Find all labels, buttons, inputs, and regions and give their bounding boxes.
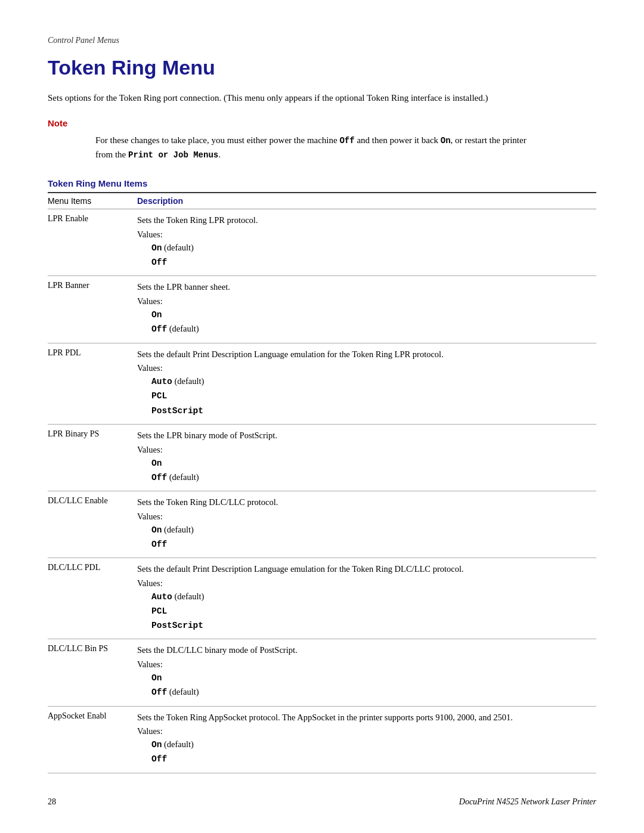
value-list: Auto (default)PCLPostScript (137, 590, 590, 633)
value-list: On (default)Off (137, 523, 590, 552)
value-item: Off (151, 539, 167, 549)
value-item: PostScript (151, 405, 203, 415)
value-item: Off (151, 257, 167, 267)
page-title: Token Ring Menu (48, 56, 596, 79)
desc-text: Sets the Token Ring DLC/LLC protocol. (137, 496, 590, 509)
menu-item-desc: Sets the Token Ring LPR protocol.Values:… (137, 209, 596, 276)
table-row: LPR EnableSets the Token Ring LPR protoc… (48, 209, 596, 276)
footer: 28 DocuPrint N4525 Network Laser Printer (48, 797, 596, 807)
values-label: Values: (137, 230, 590, 240)
value-list: Auto (default)PCLPostScript (137, 374, 590, 418)
table-row: AppSocket EnablSets the Token Ring AppSo… (48, 706, 596, 773)
menu-item-desc: Sets the Token Ring DLC/LLC protocol.Val… (137, 491, 596, 558)
desc-text: Sets the Token Ring AppSocket protocol. … (137, 711, 590, 724)
breadcrumb: Control Panel Menus (48, 36, 596, 45)
menu-item-name: LPR Enable (48, 209, 137, 276)
values-label: Values: (137, 296, 590, 306)
value-item: PCL (151, 391, 167, 400)
value-item: Off (151, 754, 167, 763)
value-list: OnOff (default) (137, 671, 590, 699)
values-label: Values: (137, 659, 590, 670)
values-label: Values: (137, 512, 590, 522)
table-row: DLC/LLC EnableSets the Token Ring DLC/LL… (48, 491, 596, 558)
desc-text: Sets the LPR banner sheet. (137, 281, 590, 294)
menu-item-name: DLC/LLC Bin PS (48, 639, 137, 706)
value-item: Auto (default) (151, 376, 204, 386)
desc-text: Sets the LPR binary mode of PostScript. (137, 429, 590, 442)
menu-item-desc: Sets the LPR binary mode of PostScript.V… (137, 424, 596, 491)
table-row: DLC/LLC PDLSets the default Print Descri… (48, 558, 596, 639)
note-text-part2: and then power it back (355, 135, 441, 145)
value-item: PCL (151, 606, 167, 615)
value-item: On (151, 458, 162, 467)
value-item: Auto (default) (151, 592, 204, 601)
table-row: DLC/LLC Bin PSSets the DLC/LLC binary mo… (48, 639, 596, 706)
menu-item-name: LPR Banner (48, 276, 137, 343)
value-item: On (151, 673, 162, 682)
menu-item-desc: Sets the Token Ring AppSocket protocol. … (137, 706, 596, 773)
menu-item-name: AppSocket Enabl (48, 706, 137, 773)
value-list: On (default)Off (137, 738, 590, 766)
footer-product: DocuPrint N4525 Network Laser Printer (459, 797, 596, 807)
value-item: Off (default) (151, 324, 199, 333)
value-list: OnOff (default) (137, 456, 590, 485)
table-section-title: Token Ring Menu Items (48, 178, 596, 188)
values-label: Values: (137, 445, 590, 455)
table-row: LPR Binary PSSets the LPR binary mode of… (48, 424, 596, 491)
value-item: Off (default) (151, 472, 199, 482)
col-desc-header: Description (137, 193, 596, 209)
footer-page: 28 (48, 797, 56, 807)
menu-item-desc: Sets the DLC/LLC binary mode of PostScri… (137, 639, 596, 706)
value-item: On (default) (151, 525, 194, 534)
desc-text: Sets the default Print Description Langu… (137, 563, 590, 576)
values-label: Values: (137, 726, 590, 736)
value-list: OnOff (default) (137, 308, 590, 336)
values-label: Values: (137, 578, 590, 589)
menu-item-name: DLC/LLC Enable (48, 491, 137, 558)
menu-item-name: LPR Binary PS (48, 424, 137, 491)
intro-paragraph: Sets options for the Token Ring port con… (48, 91, 537, 105)
value-item: On (default) (151, 243, 194, 252)
value-item: On (default) (151, 739, 194, 749)
value-item: On (151, 309, 162, 319)
note-off-code: Off (339, 136, 354, 145)
value-item: Off (default) (151, 687, 199, 696)
note-on-code: On (441, 136, 451, 145)
menu-item-desc: Sets the default Print Description Langu… (137, 558, 596, 639)
col-menu-header: Menu Items (48, 193, 137, 209)
note-block: For these changes to take place, you mus… (95, 133, 543, 162)
note-menu-code: Print or Job Menus (128, 150, 218, 160)
values-label: Values: (137, 363, 590, 373)
desc-text: Sets the default Print Description Langu… (137, 348, 590, 361)
value-item: PostScript (151, 620, 203, 630)
menu-item-desc: Sets the LPR banner sheet.Values:OnOff (… (137, 276, 596, 343)
desc-text: Sets the DLC/LLC binary mode of PostScri… (137, 644, 590, 657)
note-text-part4: . (218, 150, 221, 159)
note-text-part1: For these changes to take place, you mus… (95, 135, 339, 145)
desc-text: Sets the Token Ring LPR protocol. (137, 214, 590, 227)
table-row: LPR BannerSets the LPR banner sheet.Valu… (48, 276, 596, 343)
menu-items-table: Menu Items Description LPR EnableSets th… (48, 192, 596, 773)
menu-item-desc: Sets the default Print Description Langu… (137, 343, 596, 424)
menu-item-name: DLC/LLC PDL (48, 558, 137, 639)
note-label: Note (48, 118, 596, 128)
menu-item-name: LPR PDL (48, 343, 137, 424)
value-list: On (default)Off (137, 241, 590, 270)
table-row: LPR PDLSets the default Print Descriptio… (48, 343, 596, 424)
